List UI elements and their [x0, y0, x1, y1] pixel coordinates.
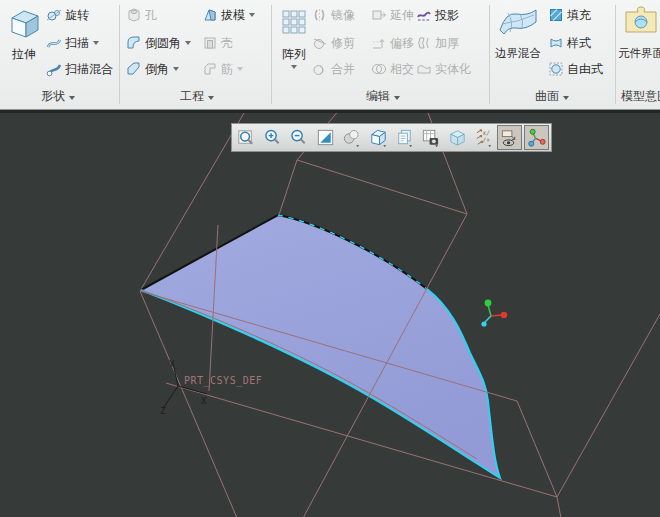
group-label-engineering[interactable]: 工程	[180, 88, 214, 105]
freestyle-button[interactable]: 自由式	[548, 58, 603, 80]
component-interface-puzzle-icon	[624, 6, 658, 36]
zoom-in-button[interactable]	[260, 125, 285, 150]
fill-button[interactable]: 填充	[548, 4, 591, 26]
merge-label: 合并	[331, 61, 355, 78]
round-icon	[126, 35, 142, 51]
ribbon-divider	[615, 5, 616, 104]
pattern-button[interactable]: 阵列	[274, 2, 314, 86]
swept-blend-icon	[46, 61, 62, 77]
revolve-label: 旋转	[65, 7, 89, 24]
sweep-label: 扫描	[65, 35, 89, 52]
chamfer-icon	[126, 61, 142, 77]
shell-label: 壳	[221, 35, 233, 52]
sweep-icon	[46, 35, 62, 51]
extrude-cube-icon	[7, 6, 41, 40]
svg-text:/+: /+	[483, 136, 491, 143]
in-graphics-toolbar: x/ /+	[231, 123, 552, 152]
chamfer-label: 倒角	[145, 61, 169, 78]
revolve-icon	[46, 7, 62, 23]
component-interface-button[interactable]: 元件界面	[618, 2, 660, 86]
round-button[interactable]: 倒圆角	[126, 32, 191, 54]
perspective-icon	[447, 127, 468, 148]
chamfer-caret-icon[interactable]	[173, 67, 179, 71]
pattern-label: 阵列	[274, 46, 314, 63]
style-icon	[548, 35, 564, 51]
pattern-caret-icon[interactable]	[291, 65, 297, 69]
style-label: 样式	[567, 35, 591, 52]
thicken-icon	[416, 35, 432, 51]
freestyle-label: 自由式	[567, 61, 603, 78]
spin-center-blue-dot	[481, 321, 486, 326]
sweep-caret-icon[interactable]	[93, 41, 99, 45]
trim-button: 修剪	[312, 32, 355, 54]
trim-label: 修剪	[331, 35, 355, 52]
group-label-shapes[interactable]: 形状	[41, 88, 75, 105]
merge-button: 合并	[312, 58, 355, 80]
graphics-viewport[interactable]: Y X Z PRT_CSYS_DEF	[0, 113, 660, 517]
group-surface-caret-icon	[563, 96, 569, 100]
group-label-model-intent[interactable]: 模型意图	[621, 88, 660, 105]
zoom-in-icon	[262, 127, 283, 148]
style-button[interactable]: 样式	[548, 32, 591, 54]
group-label-editing[interactable]: 编辑	[366, 88, 400, 105]
mirror-icon	[312, 7, 328, 23]
axis-z-label: Z	[160, 406, 166, 416]
hole-icon	[126, 7, 142, 23]
offset-button: 偏移	[371, 32, 414, 54]
csys-label: PRT_CSYS_DEF	[184, 375, 262, 387]
zoom-window-button[interactable]	[234, 125, 259, 150]
spin-center-marker	[481, 300, 507, 327]
revolve-button[interactable]: 旋转	[46, 4, 89, 26]
perspective-button[interactable]	[445, 125, 470, 150]
creo-window: { "ribbon": { "groups": [ {"label": "形状"…	[0, 0, 660, 517]
display-style-button[interactable]	[366, 125, 391, 150]
merge-icon	[312, 61, 328, 77]
hole-label: 孔	[145, 7, 157, 24]
rib-button: 筋	[202, 58, 243, 80]
render-style-button[interactable]	[339, 125, 364, 150]
rib-caret-icon	[237, 67, 243, 71]
saved-views-button[interactable]	[392, 125, 417, 150]
shell-button: 壳	[202, 32, 233, 54]
display-style-icon	[368, 127, 389, 148]
spin-center-red-dot	[501, 312, 507, 318]
group-label-surface[interactable]: 曲面	[535, 88, 569, 105]
annotation-display-button[interactable]	[497, 125, 522, 150]
round-caret-icon[interactable]	[185, 41, 191, 45]
datum-display-filters-icon: x/ /+	[473, 127, 494, 148]
project-label: 投影	[435, 7, 459, 24]
view-capture-icon	[420, 127, 441, 148]
thicken-label: 加厚	[435, 35, 459, 52]
spin-center-toggle-icon	[526, 127, 547, 148]
extrude-label: 拉伸	[2, 46, 46, 63]
round-label: 倒圆角	[145, 35, 181, 52]
rib-label: 筋	[221, 61, 233, 78]
extrude-button[interactable]: 拉伸	[2, 2, 46, 86]
fill-icon	[548, 7, 564, 23]
swept-blend-button[interactable]: 扫描混合	[46, 58, 113, 80]
intersect-icon	[371, 61, 387, 77]
view-capture-button[interactable]	[418, 125, 443, 150]
annotation-display-icon	[499, 127, 520, 148]
boundary-blend-button[interactable]: 边界混合	[492, 2, 544, 86]
zoom-out-icon	[288, 127, 309, 148]
spin-center-toggle-button[interactable]	[524, 125, 549, 150]
csys-prt-def[interactable]: Y X Z PRT_CSYS_DEF	[160, 359, 262, 416]
project-icon	[416, 7, 432, 23]
zoom-window-icon	[236, 127, 257, 148]
sweep-button[interactable]: 扫描	[46, 32, 99, 54]
chamfer-button[interactable]: 倒角	[126, 58, 179, 80]
fill-label: 填充	[567, 7, 591, 24]
extend-icon	[371, 7, 387, 23]
draft-button[interactable]: 拔模	[202, 4, 255, 26]
draft-caret-icon[interactable]	[249, 13, 255, 17]
boundary-blend-surface[interactable]	[141, 215, 500, 478]
project-button[interactable]: 投影	[416, 4, 459, 26]
ribbon-divider	[271, 5, 272, 104]
spin-center-green-dot	[485, 300, 492, 307]
zoom-out-button[interactable]	[286, 125, 311, 150]
datum-display-filters-button[interactable]: x/ /+	[471, 125, 496, 150]
solidify-button: 实体化	[416, 58, 471, 80]
ribbon: 拉伸 旋转 扫描 扫描混合 形状 孔 倒圆角	[0, 0, 660, 110]
refit-button[interactable]	[313, 125, 338, 150]
